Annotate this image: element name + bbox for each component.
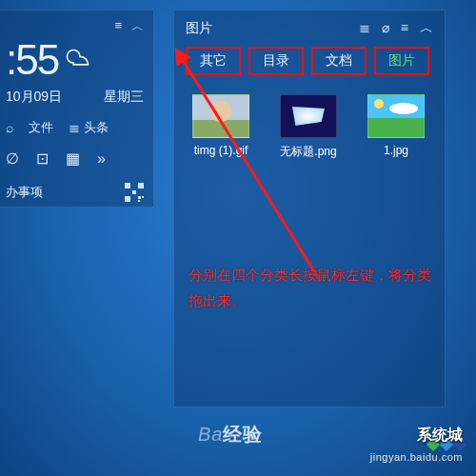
- qr-icon[interactable]: [125, 183, 144, 202]
- search-button[interactable]: ⌕: [6, 120, 13, 135]
- panel-menu-icon[interactable]: ≡: [401, 20, 408, 37]
- category-tabs: 其它目录文档图片: [186, 47, 433, 75]
- shortcut-b[interactable]: ⊡: [36, 149, 49, 168]
- widget-menu-icon[interactable]: ≡: [114, 18, 122, 35]
- thumbnail-grid: timg (1).gif无标题.png1.jpg: [186, 94, 433, 160]
- shortcut-a[interactable]: ∅: [6, 149, 19, 168]
- annotation-text: 分别在四个分类长按鼠标左键，将分类拖出来。: [188, 262, 436, 313]
- tab-3[interactable]: 图片: [374, 47, 429, 75]
- file-item[interactable]: timg (1).gif: [186, 94, 256, 160]
- file-item[interactable]: 无标题.png: [273, 94, 344, 160]
- weather-icon[interactable]: [64, 42, 96, 78]
- file-thumbnail: [280, 94, 337, 138]
- tab-0[interactable]: 其它: [186, 47, 241, 75]
- tab-1[interactable]: 目录: [248, 47, 304, 75]
- file-item[interactable]: 1.jpg: [361, 94, 431, 160]
- view-list-icon[interactable]: ≣: [359, 20, 370, 37]
- shortcut-c[interactable]: ▦: [66, 149, 80, 168]
- panel-collapse-icon[interactable]: ︿: [420, 20, 433, 37]
- clock-time: :55: [6, 39, 58, 81]
- headlines-icon: ≣: [69, 120, 80, 135]
- todo-label[interactable]: 办事项: [6, 184, 43, 201]
- weekday-label: 星期三: [104, 89, 144, 106]
- more-icon[interactable]: »: [97, 150, 106, 168]
- watermark-center: Ba经验: [198, 422, 263, 447]
- file-name: timg (1).gif: [186, 144, 256, 157]
- file-name: 无标题.png: [273, 144, 344, 160]
- file-thumbnail: [367, 94, 425, 138]
- desktop-widget: ≡ ︿ :55 10月09日 星期三 ⌕ 文件 ≣头条 ∅ ⊡ ▦ » 办事项: [0, 10, 154, 208]
- search-icon: ⌕: [6, 120, 13, 135]
- picture-panel: 图片 ≣ ⌀ ≡ ︿ 其它目录文档图片 timg (1).gif无标题.png1…: [173, 10, 446, 407]
- watermark-url: jingyan.baidu.com: [370, 451, 463, 463]
- files-button[interactable]: 文件: [29, 119, 53, 136]
- watermark-right-text: 系统城: [417, 426, 463, 446]
- headlines-button[interactable]: ≣头条: [69, 119, 109, 136]
- panel-title: 图片: [186, 20, 212, 37]
- widget-collapse-icon[interactable]: ︿: [131, 18, 144, 35]
- file-thumbnail: [192, 94, 249, 138]
- date-label: 10月09日: [6, 89, 62, 106]
- tab-2[interactable]: 文档: [311, 47, 367, 75]
- file-name: 1.jpg: [361, 144, 431, 157]
- lock-icon[interactable]: ⌀: [382, 20, 389, 37]
